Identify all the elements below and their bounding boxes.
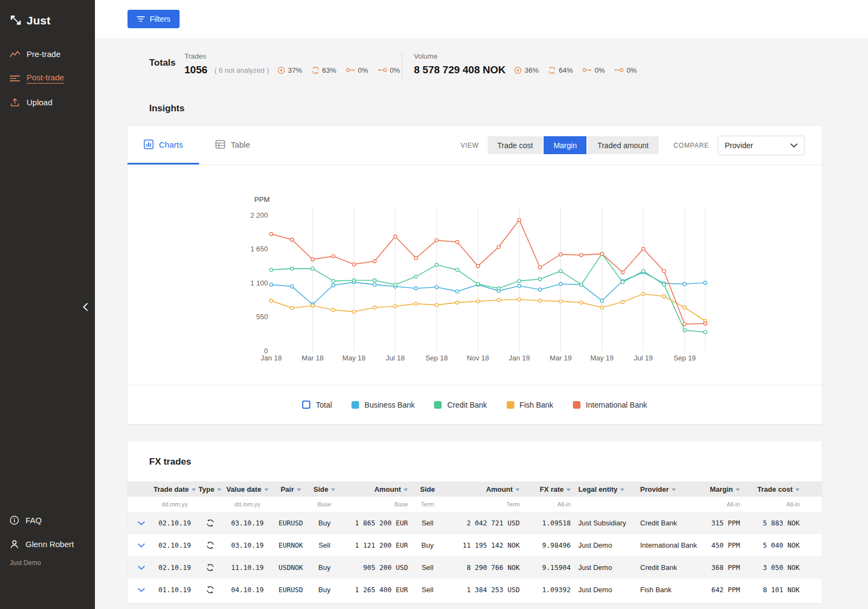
cell-pair: USDNOK (272, 563, 309, 572)
sort-icon (620, 489, 624, 491)
row-expand-button[interactable] (130, 543, 152, 548)
margin-line-chart[interactable]: 05501 1001 6502 200PPMJan 18Mar 18May 18… (127, 165, 822, 385)
filters-button[interactable]: Filters (127, 10, 180, 28)
column-header-fx-rate[interactable]: FX rate (524, 485, 575, 493)
link-out-icon (346, 67, 355, 73)
cell-legal_entity: Just Demo (575, 541, 637, 549)
sidebar-item-upload[interactable]: Upload (0, 91, 95, 114)
svg-text:1 650: 1 650 (250, 245, 268, 253)
link-out-icon (582, 67, 592, 73)
chevron-down-icon (138, 588, 145, 592)
sidebar-footer: FAQ Glenn Robert Just Demo (0, 511, 95, 567)
user-name: Glenn Robert (25, 540, 74, 549)
column-header-label: Value date (226, 485, 261, 493)
cell-side2: Sell (412, 586, 443, 594)
column-header-label: Legal entity (578, 485, 617, 493)
column-subheader: dd.mm.yy (222, 501, 272, 507)
swap-icon (206, 519, 214, 527)
column-subheader: Base (309, 501, 340, 507)
column-subheader: All-in (744, 501, 804, 507)
legend-item-credit-bank[interactable]: Credit Bank (434, 401, 487, 409)
cell-trade_cost: 8 101 NOK (744, 586, 804, 594)
column-header-type[interactable]: Type (197, 485, 222, 493)
sort-icon (404, 489, 408, 491)
svg-text:2 200: 2 200 (250, 211, 268, 219)
legend-item-total[interactable]: Total (302, 401, 332, 409)
tab-charts[interactable]: Charts (127, 126, 199, 164)
legend-label: Credit Bank (447, 401, 487, 409)
column-header-amount[interactable]: Amount (443, 485, 524, 493)
cell-amount1: 905 200 USD (340, 563, 412, 572)
chevron-down-icon (790, 143, 797, 148)
stat-value: 0% (358, 66, 368, 74)
sidebar-collapse-button[interactable] (80, 301, 91, 315)
cell-side2: Sell (412, 519, 443, 527)
chart-area: 05501 1001 6502 200PPMJan 18Mar 18May 18… (127, 165, 822, 385)
legend-item-international-bank[interactable]: International Bank (573, 401, 647, 409)
cell-pair: EURUSD (272, 586, 309, 594)
pretrade-icon (10, 50, 20, 58)
user-menu[interactable]: Glenn Robert (10, 530, 95, 554)
user-org: Just Demo (10, 554, 95, 567)
totals-stat: 63% (311, 66, 336, 74)
legend-item-business-bank[interactable]: Business Bank (352, 401, 415, 409)
column-header-side[interactable]: Side (309, 485, 340, 493)
totals-stat: 37% (277, 66, 302, 74)
legend-item-fish-bank[interactable]: Fish Bank (507, 401, 553, 409)
cell-value_date: 03.10.19 (222, 519, 272, 527)
tab-table[interactable]: Table (199, 126, 266, 164)
column-header-side[interactable]: Side (412, 485, 443, 493)
cell-side1: Sell (309, 541, 340, 549)
sort-icon (672, 489, 676, 491)
sort-icon (566, 489, 571, 491)
row-expand-button[interactable] (130, 566, 152, 570)
sidebar-nav: Pre-tradePost-tradeUpload (0, 42, 95, 114)
column-header-pair[interactable]: Pair (272, 485, 309, 493)
column-header-trade-date[interactable]: Trade date (152, 485, 197, 493)
totals-title: Totals (149, 52, 184, 68)
view-option-traded-amount[interactable]: Traded amount (588, 136, 658, 154)
svg-text:Sep 18: Sep 18 (425, 354, 448, 362)
sidebar-item-faq[interactable]: FAQ (10, 511, 95, 530)
totals-stat: 0% (582, 66, 605, 74)
sidebar-item-pre-trade[interactable]: Pre-trade (0, 42, 95, 66)
chart-legend: TotalBusiness BankCredit BankFish BankIn… (127, 385, 822, 424)
view-option-trade-cost[interactable]: Trade cost (488, 136, 543, 154)
fx-trades-title: FX trades (127, 441, 822, 481)
column-header-value-date[interactable]: Value date (222, 485, 272, 493)
trade-type-cell (197, 586, 222, 594)
view-option-margin[interactable]: Margin (544, 136, 586, 154)
column-header-legal-entity[interactable]: Legal entity (575, 485, 637, 493)
sidebar-item-label: Post-trade (27, 73, 64, 84)
column-header-label: Margin (710, 485, 733, 493)
cell-fx_rate: 9.98496 (524, 541, 575, 549)
column-subheader: dd.mm.yy (152, 501, 197, 507)
column-header-margin[interactable]: Margin (705, 485, 744, 493)
column-header-trade-cost[interactable]: Trade cost (744, 485, 804, 493)
sync-icon (548, 66, 556, 74)
totals-section: Totals Trades 1056 ( 6 not analyzed ) 37… (149, 52, 835, 81)
swap-icon (206, 563, 214, 572)
cell-provider: Fish Bank (637, 586, 705, 594)
column-header-provider[interactable]: Provider (637, 485, 705, 493)
sort-icon (795, 489, 800, 491)
row-expand-button[interactable] (130, 521, 152, 525)
svg-text:550: 550 (256, 313, 268, 321)
stat-value: 63% (322, 66, 336, 74)
chevron-down-icon (138, 543, 145, 548)
fx-trades-table: Trade dateTypeValue datePairSideAmountSi… (127, 481, 822, 601)
tab-label: Table (231, 140, 250, 149)
insights-title: Insights (149, 103, 868, 114)
fx-table-subheader: dd.mm.yydd.mm.yyBaseBaseTermTermAll-inAl… (127, 497, 822, 512)
compare-select[interactable]: Provider (718, 136, 805, 155)
column-header-label: Provider (640, 485, 669, 493)
total-checkbox[interactable] (302, 401, 310, 409)
sidebar-item-post-trade[interactable]: Post-trade (0, 66, 95, 91)
row-expand-button[interactable] (130, 588, 152, 592)
column-header-amount[interactable]: Amount (340, 485, 412, 493)
cell-trade_cost: 5 040 NOK (744, 541, 804, 549)
app-logo[interactable]: Just (0, 0, 95, 42)
column-subheader: All-in (705, 501, 744, 507)
cell-margin: 315 PPM (705, 519, 744, 527)
cell-side1: Buy (309, 586, 340, 594)
